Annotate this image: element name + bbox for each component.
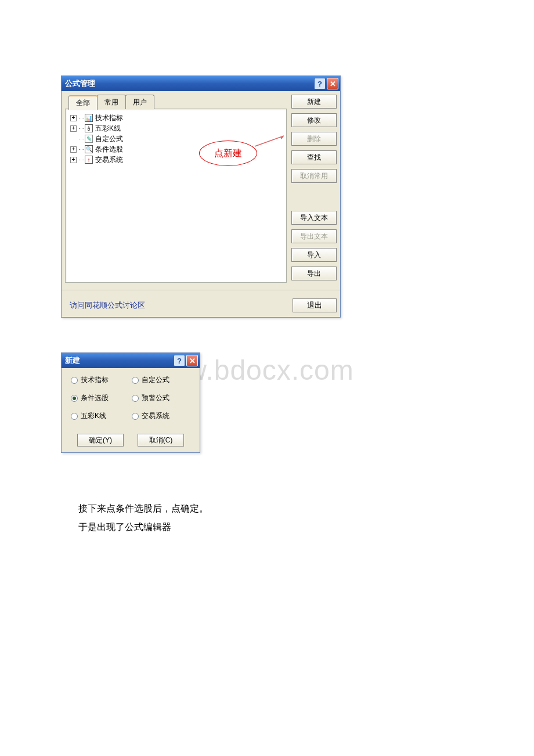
radio-label: 自定公式 xyxy=(142,375,169,385)
radio-color-kline[interactable]: 五彩K线 xyxy=(71,411,129,421)
radio-icon xyxy=(71,377,78,384)
formula-manager-dialog: 公式管理 ? ✕ 全部 常用 用户 + 技术指标 + xyxy=(61,75,341,318)
tree-label: 自定公式 xyxy=(95,134,123,144)
import-text-button[interactable]: 导入文本 xyxy=(291,211,337,225)
export-button[interactable]: 导出 xyxy=(291,267,337,280)
unfavorite-button[interactable]: 取消常用 xyxy=(291,169,337,183)
export-text-button[interactable]: 导出文本 xyxy=(291,229,337,243)
arrow-up-icon xyxy=(85,156,93,164)
delete-button[interactable]: 删除 xyxy=(291,132,337,146)
help-button[interactable]: ? xyxy=(174,355,185,366)
exit-button[interactable]: 退出 xyxy=(293,298,337,312)
radio-label: 技术指标 xyxy=(81,375,109,385)
expand-icon[interactable]: + xyxy=(70,125,77,132)
close-button[interactable]: ✕ xyxy=(327,78,338,89)
new-formula-dialog: 新建 ? ✕ 技术指标 自定公式 条件选股 预警公式 五彩K线 xyxy=(61,352,200,453)
formula-type-radios: 技术指标 自定公式 条件选股 预警公式 五彩K线 交易系统 xyxy=(71,375,190,421)
tree-item-custom-formula[interactable]: 自定公式 xyxy=(70,134,282,144)
radio-icon xyxy=(132,377,139,384)
expand-placeholder xyxy=(70,136,77,142)
tree-label: 交易系统 xyxy=(95,155,123,165)
formula-tree[interactable]: + 技术指标 + 五彩K线 自定公式 xyxy=(65,109,287,283)
dialog-title: 公式管理 xyxy=(65,78,313,89)
titlebar: 新建 ? ✕ xyxy=(62,353,200,368)
radio-alert-formula[interactable]: 预警公式 xyxy=(132,393,190,403)
forum-link[interactable]: 访问同花顺公式讨论区 xyxy=(70,300,145,311)
radio-label: 五彩K线 xyxy=(81,411,106,421)
expand-icon[interactable]: + xyxy=(70,115,77,121)
ok-button[interactable]: 确定(Y) xyxy=(77,434,124,447)
paragraph-1: 接下来点条件选股后，点确定。 xyxy=(78,499,534,518)
radio-icon xyxy=(132,395,139,402)
radio-icon xyxy=(71,413,78,420)
cancel-button[interactable]: 取消(C) xyxy=(138,434,184,447)
tab-common[interactable]: 常用 xyxy=(97,95,126,109)
paragraph-2: 于是出现了公式编辑器 xyxy=(78,518,534,537)
dialog-title: 新建 xyxy=(65,355,172,366)
import-button[interactable]: 导入 xyxy=(291,248,337,262)
candle-icon xyxy=(85,124,93,132)
radio-label: 交易系统 xyxy=(142,411,169,421)
titlebar: 公式管理 ? ✕ xyxy=(62,76,340,91)
radio-icon xyxy=(71,395,78,402)
radio-label: 预警公式 xyxy=(142,393,169,403)
radio-trading-system[interactable]: 交易系统 xyxy=(132,411,190,421)
tree-label: 技术指标 xyxy=(95,113,123,123)
tab-row: 全部 常用 用户 xyxy=(68,95,287,109)
tree-item-trading-system[interactable]: + 交易系统 xyxy=(70,154,282,165)
document-body: 接下来点条件选股后，点确定。 于是出现了公式编辑器 xyxy=(78,499,534,537)
bars-icon xyxy=(85,114,93,122)
close-button[interactable]: ✕ xyxy=(186,355,198,366)
expand-icon[interactable]: + xyxy=(70,146,77,153)
radio-tech-indicator[interactable]: 技术指标 xyxy=(71,375,129,385)
tab-all[interactable]: 全部 xyxy=(68,95,98,110)
radio-label: 条件选股 xyxy=(81,393,109,403)
radio-custom-formula[interactable]: 自定公式 xyxy=(132,375,190,385)
dialog-footer: 访问同花顺公式讨论区 退出 xyxy=(62,290,340,317)
tree-label: 条件选股 xyxy=(95,145,123,154)
radio-icon xyxy=(132,413,139,420)
tree-item-condition-stock[interactable]: + 条件选股 xyxy=(70,144,282,154)
modify-button[interactable]: 修改 xyxy=(291,113,337,127)
find-button[interactable]: 查找 xyxy=(291,150,337,164)
tree-label: 五彩K线 xyxy=(95,124,121,134)
radio-condition-stock[interactable]: 条件选股 xyxy=(71,393,129,403)
pencil-icon xyxy=(85,135,93,143)
new-button[interactable]: 新建 xyxy=(291,95,337,109)
help-button[interactable]: ? xyxy=(314,78,326,89)
expand-icon[interactable]: + xyxy=(70,157,77,163)
binoculars-icon xyxy=(85,145,93,153)
tree-item-color-kline[interactable]: + 五彩K线 xyxy=(70,123,282,134)
tree-item-tech-indicator[interactable]: + 技术指标 xyxy=(70,113,282,123)
tab-user[interactable]: 用户 xyxy=(125,95,154,109)
